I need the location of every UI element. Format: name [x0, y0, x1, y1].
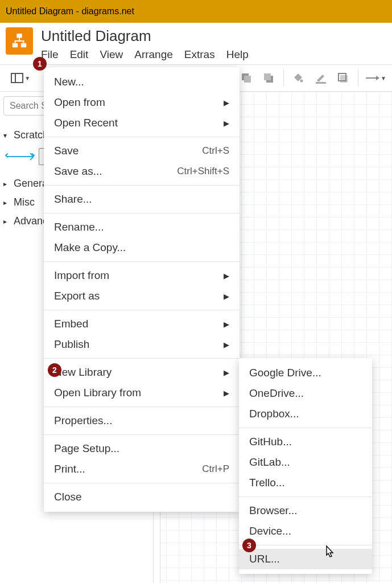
menu-item-label: Print...: [54, 463, 85, 475]
to-back-icon: [263, 72, 274, 84]
menu-item-label: Share...: [54, 193, 92, 206]
submenu-item-google-drive[interactable]: Google Drive...: [239, 363, 372, 383]
window-titlebar: Untitled Diagram - diagrams.net: [0, 0, 392, 23]
document-title[interactable]: Untitled Diagram: [41, 27, 386, 45]
menu-item-label: Open Library from: [54, 387, 141, 399]
menu-separator: [239, 428, 372, 428]
menu-item-embed[interactable]: Embed▶: [44, 314, 240, 334]
toolbar-separator: [283, 69, 284, 87]
menu-item-label: Device...: [249, 525, 291, 537]
toolbar-separator: [358, 69, 358, 87]
submenu-arrow-icon: ▶: [224, 272, 229, 280]
menu-item-label: Import from: [54, 269, 109, 282]
menu-separator: [44, 434, 240, 435]
to-front-icon: [241, 72, 252, 84]
menu-item-properties[interactable]: Properties...: [44, 410, 240, 431]
menu-item-make-copy[interactable]: Make a Copy...: [44, 237, 240, 258]
fill-color-icon: [292, 72, 304, 84]
menu-shortcut: Ctrl+Shift+S: [177, 166, 229, 177]
menu-separator: [44, 261, 240, 262]
submenu-item-github[interactable]: GitHub...: [239, 432, 372, 452]
submenu-item-browser[interactable]: Browser...: [239, 500, 372, 521]
menu-item-export-as[interactable]: Export as▶: [44, 286, 240, 306]
submenu-arrow-icon: ▶: [224, 368, 229, 377]
menu-item-label: Properties...: [54, 414, 112, 427]
toolbar-fill-color-button[interactable]: [287, 66, 310, 90]
menu-item-new[interactable]: New...: [44, 72, 240, 92]
svg-rect-11: [340, 75, 348, 83]
menu-edit[interactable]: Edit: [70, 48, 89, 61]
menu-item-label: GitHub...: [249, 436, 292, 448]
sidebar-section-label: Misc: [14, 196, 35, 208]
toolbar-line-color-button[interactable]: [310, 66, 332, 90]
badge-number: 2: [52, 366, 57, 375]
menu-item-label: Page Setup...: [54, 442, 119, 455]
menu-item-import-from[interactable]: Import from▶: [44, 265, 240, 286]
menu-item-share[interactable]: Share...: [44, 189, 240, 210]
menu-item-new-library[interactable]: New Library▶: [44, 362, 240, 383]
chevron-down-icon[interactable]: ▼: [24, 75, 30, 81]
submenu-item-device[interactable]: Device...: [239, 521, 372, 541]
menu-item-print[interactable]: Print...Ctrl+P: [44, 459, 240, 479]
badge-number: 1: [38, 59, 42, 68]
menu-item-open-recent[interactable]: Open Recent▶: [44, 113, 240, 133]
submenu-item-onedrive[interactable]: OneDrive...: [239, 383, 372, 404]
sidebar-toggle-icon: [11, 72, 23, 84]
menu-item-publish[interactable]: Publish▶: [44, 334, 240, 355]
open-library-from-submenu: Google Drive... OneDrive... Dropbox... G…: [239, 358, 372, 574]
svg-point-9: [300, 80, 303, 83]
menu-separator: [44, 213, 240, 214]
menu-separator: [44, 483, 240, 483]
submenu-item-trello[interactable]: Trello...: [239, 473, 372, 493]
menu-extras[interactable]: Extras: [184, 48, 215, 61]
svg-rect-6: [244, 76, 251, 83]
menu-shortcut: Ctrl+S: [202, 145, 229, 157]
shadow-icon: [337, 72, 349, 84]
menu-item-rename[interactable]: Rename...: [44, 217, 240, 237]
submenu-item-url[interactable]: URL...: [239, 549, 372, 569]
menu-item-label: Save: [54, 145, 79, 157]
menu-separator: [44, 310, 240, 310]
menu-item-label: Open from: [54, 96, 105, 109]
diagrams-logo-icon: [11, 32, 28, 50]
window-title: Untitled Diagram - diagrams.net: [6, 6, 134, 17]
menu-separator: [44, 358, 240, 359]
menu-item-page-setup[interactable]: Page Setup...: [44, 438, 240, 459]
menu-item-save[interactable]: SaveCtrl+S: [44, 141, 240, 161]
app-logo: [6, 27, 33, 55]
annotation-badge-2: 2: [48, 363, 61, 377]
svg-rect-0: [16, 34, 22, 38]
menu-item-label: OneDrive...: [249, 387, 304, 400]
submenu-arrow-icon: ▶: [224, 292, 229, 301]
menu-item-label: Save as...: [54, 165, 102, 178]
menu-item-label: Publish: [54, 338, 89, 351]
menu-item-label: Google Drive...: [249, 367, 321, 379]
menu-item-open-library-from[interactable]: Open Library from▶: [44, 383, 240, 403]
submenu-arrow-icon: ▶: [224, 98, 229, 107]
submenu-item-dropbox[interactable]: Dropbox...: [239, 404, 372, 424]
shape-connector[interactable]: [6, 148, 34, 165]
menu-separator: [44, 137, 240, 137]
menu-arrange[interactable]: Arrange: [134, 48, 173, 61]
submenu-arrow-icon: ▶: [224, 340, 229, 349]
menu-item-open-from[interactable]: Open from▶: [44, 92, 240, 113]
submenu-item-gitlab[interactable]: GitLab...: [239, 452, 372, 473]
menu-item-save-as[interactable]: Save as...Ctrl+Shift+S: [44, 161, 240, 182]
menu-item-label: Make a Copy...: [54, 241, 126, 254]
svg-rect-2: [21, 43, 26, 48]
svg-rect-8: [264, 73, 271, 80]
menu-item-label: Browser...: [249, 504, 297, 517]
menu-help[interactable]: Help: [226, 48, 249, 61]
toolbar-to-back-button[interactable]: [258, 66, 280, 90]
chevron-down-icon[interactable]: ▼: [381, 75, 386, 81]
menu-separator: [239, 496, 372, 497]
menu-view[interactable]: View: [100, 48, 123, 61]
menu-item-label: GitLab...: [249, 456, 290, 469]
svg-rect-3: [11, 73, 23, 83]
submenu-arrow-icon: ▶: [224, 389, 229, 397]
menu-item-label: Open Recent: [54, 117, 118, 129]
menu-item-label: New Library: [54, 366, 112, 379]
menu-item-close[interactable]: Close: [44, 487, 240, 507]
menu-separator: [44, 407, 240, 407]
toolbar-shadow-button[interactable]: [332, 66, 354, 90]
